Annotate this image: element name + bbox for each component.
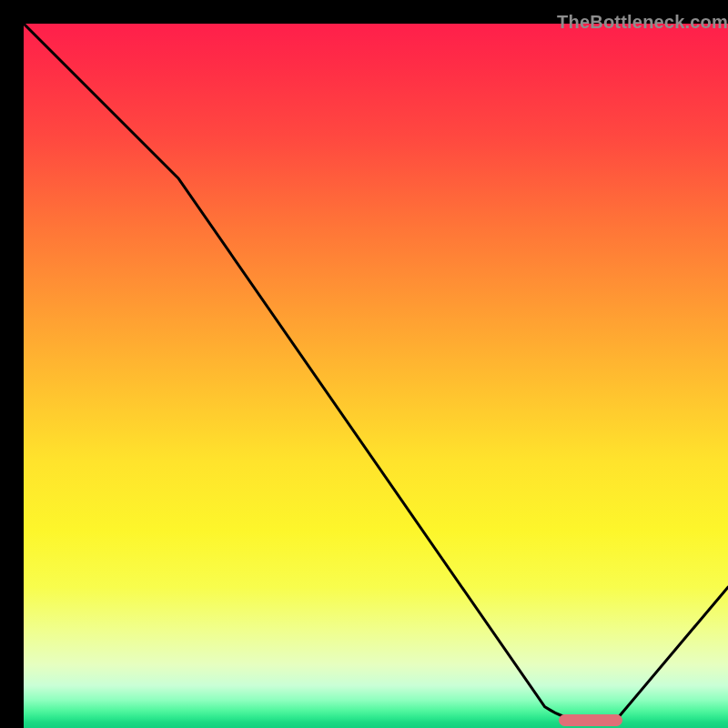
chart-frame: TheBottleneck.com	[0, 0, 728, 728]
curve-path	[24, 24, 728, 721]
bottleneck-curve	[24, 24, 728, 728]
chart-plot-area: TheBottleneck.com	[24, 24, 728, 728]
optimal-marker	[559, 714, 622, 726]
